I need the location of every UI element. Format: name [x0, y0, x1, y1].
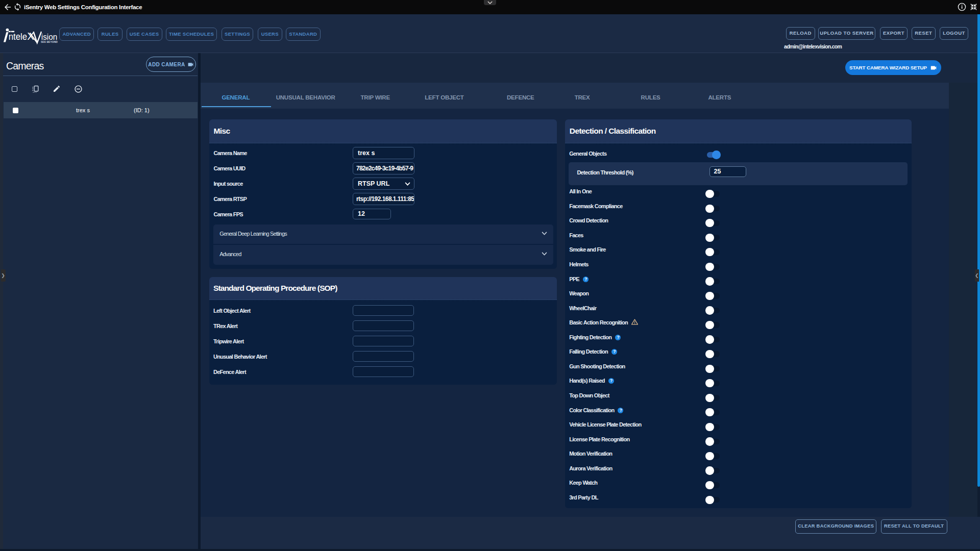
svg-text:ntele: ntele	[9, 32, 28, 42]
svg-text:SEE BEYOND: SEE BEYOND	[41, 40, 58, 43]
svg-text:X: X	[27, 30, 34, 42]
